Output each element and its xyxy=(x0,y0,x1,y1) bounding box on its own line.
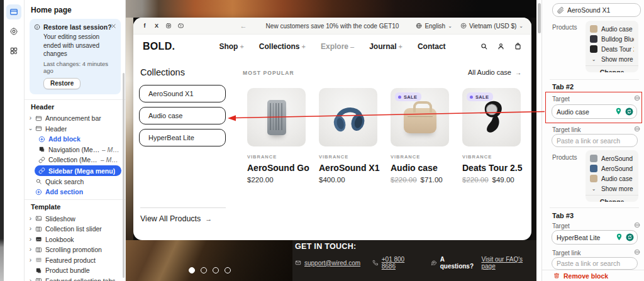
chevron-right-icon[interactable]: › xyxy=(27,236,34,243)
chevron-down-icon: ⌄ xyxy=(590,57,597,62)
nav-item-explore[interactable]: Explore– xyxy=(321,42,354,51)
sidebar-item-announcement-bar[interactable]: › Announcement bar xyxy=(27,114,121,124)
sidebar-item-collection-mega-menu[interactable]: Collection (Mega menu) – Menu ... xyxy=(37,155,121,165)
dynamic-source-icon[interactable] xyxy=(634,95,640,101)
country-currency-selector[interactable]: Vietnam (USD $) ⌄ xyxy=(460,23,523,30)
currency-icon xyxy=(460,23,467,29)
sidebar-item-featured-product[interactable]: › Featured product xyxy=(27,255,121,265)
footer-photo xyxy=(126,240,292,281)
restore-session-banner: Restore last session? Your editing sessi… xyxy=(30,19,121,94)
chevron-right-icon[interactable]: › xyxy=(27,246,34,253)
x-icon[interactable]: X xyxy=(153,23,160,29)
close-icon[interactable] xyxy=(111,23,116,29)
product-thumbnail xyxy=(590,155,597,162)
chevron-down-icon[interactable]: ⌄ xyxy=(27,126,34,131)
slide-dot[interactable] xyxy=(201,267,207,273)
account-icon[interactable] xyxy=(497,42,505,50)
product-card[interactable]: SALE VIBRANCE Audio case $220.00$71.00 xyxy=(391,88,449,184)
sidebar-item-sidebar-mega-menu-selected[interactable]: Sidebar (Mega menu) xyxy=(35,165,121,176)
collection-pill-hyperbeat-lite[interactable]: HyperBeat Lite xyxy=(139,129,226,146)
chevron-right-icon[interactable]: › xyxy=(27,115,34,121)
connected-source-icon[interactable] xyxy=(626,233,634,241)
divider xyxy=(25,199,125,200)
add-block-button[interactable]: Add block xyxy=(37,135,121,145)
link-icon xyxy=(38,167,45,174)
sidebar-item-quick-search[interactable]: Quick search xyxy=(27,177,121,187)
product-card[interactable]: VIBRANCE AeroSound Go $220.00 xyxy=(247,88,306,184)
footer-email[interactable]: support@wired.com xyxy=(295,260,360,267)
sidebar-item-scrolling-promotion[interactable]: › Scrolling promotion xyxy=(27,245,121,255)
dynamic-source-icon[interactable] xyxy=(634,222,640,228)
product-thumbnail xyxy=(590,165,597,172)
footer-faq[interactable]: A questions? Visit our FAQ's page xyxy=(431,256,536,270)
view-all-products-link[interactable]: View All Products→ xyxy=(140,214,212,223)
nav-item-collections[interactable]: Collections+ xyxy=(259,42,306,51)
search-icon[interactable] xyxy=(480,42,488,50)
product-card[interactable]: SALE VIBRANCE Deats Tour 2.5 $220 xyxy=(462,88,521,184)
connected-source-icon[interactable] xyxy=(625,107,633,116)
announcement-prev-arrow[interactable]: ← xyxy=(240,22,247,30)
product-image-earbud: SALE xyxy=(462,88,521,146)
facebook-icon[interactable]: f xyxy=(142,23,148,29)
nav-item-contact[interactable]: Contact xyxy=(418,42,446,51)
product-row: AeroSound Go xyxy=(590,153,634,163)
slideshow-dots xyxy=(189,267,231,273)
chevron-down-icon: ⌄ xyxy=(590,186,597,192)
sidebar-item-featured-collection-tabs[interactable]: › Featured collection tabs xyxy=(27,276,121,281)
nav-item-shop[interactable]: Shop+ xyxy=(219,42,243,51)
product-thumbnail xyxy=(590,175,597,182)
change-products-button[interactable]: Change xyxy=(586,195,638,202)
dynamic-source-icon[interactable] xyxy=(634,249,640,255)
show-more-toggle[interactable]: ⌄Show more xyxy=(590,184,634,194)
page-title: Home page xyxy=(31,6,125,14)
language-selector[interactable]: English ⌄ xyxy=(416,23,452,30)
preview-stage: f X ← New customers save 10% with the co… xyxy=(126,0,536,281)
target-link-label: Target link xyxy=(552,250,581,256)
collection-pill-aerosound-x1[interactable]: AeroSound X1 xyxy=(139,85,226,102)
remove-block-button[interactable]: Remove block xyxy=(542,270,644,281)
change-products-button[interactable]: Change xyxy=(586,65,638,72)
collection-pin-icon[interactable] xyxy=(616,233,623,241)
sidebar-scrollbar[interactable] xyxy=(123,73,125,278)
scrollbar-thumb[interactable] xyxy=(538,3,541,33)
footer-phone[interactable]: +01 800 8686 xyxy=(372,256,419,270)
announcement-bar-icon xyxy=(35,115,42,122)
slide-dot-active[interactable] xyxy=(189,267,195,273)
tab3-target-link-input[interactable]: Paste a link or search xyxy=(552,257,638,270)
sections-panel-button[interactable] xyxy=(6,4,21,19)
show-more-toggle[interactable]: ⌄Show more xyxy=(590,54,634,64)
chevron-right-icon[interactable]: › xyxy=(27,226,34,232)
youtube-icon[interactable] xyxy=(177,23,184,29)
sidebar-item-navigation-mega-menu[interactable]: Navigation (Mega menu) – Mega... xyxy=(37,145,121,155)
sidebar-item-header[interactable]: ⌄ Header xyxy=(27,124,121,134)
collection-pill-audio-case[interactable]: Audio case xyxy=(139,107,226,124)
chevron-right-icon[interactable]: › xyxy=(27,257,34,263)
all-collection-link[interactable]: All Audio case→ xyxy=(468,69,521,76)
tab2-target-link-input[interactable]: Paste a link or search xyxy=(552,134,638,147)
app-embeds-button[interactable] xyxy=(6,43,21,58)
sidebar-item-slideshow[interactable]: › Slideshow xyxy=(27,214,121,224)
tab2-target-input[interactable]: Audio case xyxy=(552,104,637,119)
collection-pin-icon[interactable] xyxy=(615,107,622,116)
sidebar-item-product-bundle[interactable]: Product bundle xyxy=(27,266,121,276)
theme-settings-button[interactable] xyxy=(6,24,21,39)
restore-button[interactable]: Restore xyxy=(43,78,80,89)
cart-icon[interactable] xyxy=(514,42,522,50)
chevron-right-icon[interactable]: › xyxy=(27,278,34,281)
slide-dot[interactable] xyxy=(225,267,231,273)
sidebar-item-lookbook[interactable]: › Lookbook xyxy=(27,234,121,245)
divider xyxy=(550,79,639,80)
product-card[interactable]: VIBRANCE AeroSound X1 $400.00 xyxy=(319,88,377,184)
add-section-button[interactable]: Add section xyxy=(27,187,121,197)
chevron-right-icon[interactable]: › xyxy=(27,216,34,222)
sidebar-item-collection-list-slider[interactable]: › Collection list slider xyxy=(27,224,121,234)
product-thumbnail xyxy=(590,45,597,53)
tab1-target-input[interactable]: AeroSound X1 xyxy=(552,3,641,17)
slide-dot[interactable] xyxy=(213,267,219,273)
dynamic-source-icon[interactable] xyxy=(634,126,640,132)
sale-dot-icon xyxy=(398,96,401,99)
instagram-icon[interactable] xyxy=(165,23,172,29)
nav-item-journal[interactable]: Journal+ xyxy=(369,42,402,51)
store-logo[interactable]: BOLD. xyxy=(143,41,175,52)
tab3-target-input[interactable]: HyperBeat Lite xyxy=(552,230,638,245)
